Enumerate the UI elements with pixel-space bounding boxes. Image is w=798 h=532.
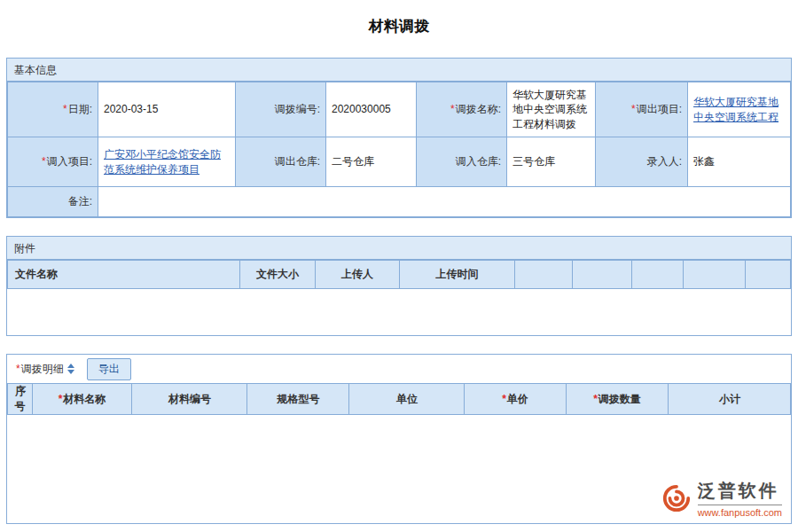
- details-header-row: 序号 *材料名称 材料编号 规格型号 单位 *单价 *调拨数量 小计: [8, 384, 791, 415]
- fanpu-logo-text: 泛普软件 www.fanpusoft.com: [698, 479, 782, 518]
- transfer-no-value: 2020030005: [326, 82, 417, 137]
- fanpu-logo-icon: [661, 483, 692, 513]
- col-unit-price: *单价: [465, 384, 567, 415]
- out-warehouse-label: 调出仓库:: [236, 137, 326, 187]
- remark-value: [98, 187, 791, 217]
- col-transfer-qty: *调拨数量: [567, 384, 669, 415]
- page-title: 材料调拨: [6, 16, 792, 36]
- in-warehouse-value: 三号仓库: [507, 137, 596, 187]
- required-mark: *: [42, 155, 46, 168]
- attachments-table: 文件名称 文件大小 上传人 上传时间: [7, 260, 791, 289]
- brand-name: 泛普软件: [698, 479, 782, 505]
- recorder-label: 录入人:: [596, 137, 688, 187]
- required-mark: *: [63, 103, 67, 115]
- col-empty-1: [515, 261, 573, 289]
- required-mark: *: [450, 103, 455, 115]
- col-empty-4: [684, 261, 746, 289]
- remark-label: 备注:: [8, 187, 98, 217]
- transfer-name-label: *调拨名称:: [417, 82, 507, 137]
- attachments-section-title: 附件: [7, 237, 791, 260]
- out-warehouse-value: 二号仓库: [326, 137, 417, 187]
- basic-info-panel: 基本信息 *日期: 2020-03-15 调拨编号: 2020030005 *调…: [6, 58, 792, 218]
- details-toolbar: * 调拨明细 导出: [7, 355, 791, 383]
- col-empty-5: [746, 261, 791, 289]
- attachments-header-row: 文件名称 文件大小 上传人 上传时间: [8, 261, 791, 289]
- date-label: *日期:: [8, 82, 98, 137]
- col-material-name: *材料名称: [33, 384, 132, 415]
- basic-info-table: *日期: 2020-03-15 调拨编号: 2020030005 *调拨名称: …: [7, 82, 791, 217]
- transfer-name-value: 华软大厦研究基地中央空调系统工程材料调拨: [507, 82, 596, 137]
- sort-icon[interactable]: [67, 364, 74, 374]
- transfer-no-label: 调拨编号:: [236, 82, 326, 137]
- col-empty-3: [632, 261, 684, 289]
- col-file-name: 文件名称: [8, 261, 240, 289]
- recorder-value: 张鑫: [688, 137, 791, 187]
- required-mark: *: [631, 103, 636, 115]
- out-project-link[interactable]: 华软大厦研究基地中央空调系统工程: [693, 96, 778, 122]
- export-button[interactable]: 导出: [87, 358, 131, 380]
- col-seq: 序号: [8, 384, 33, 415]
- details-table: 序号 *材料名称 材料编号 规格型号 单位 *单价 *调拨数量 小计: [7, 383, 791, 415]
- attachments-empty-area: [7, 289, 791, 335]
- col-upload-time: 上传时间: [400, 261, 515, 289]
- col-uploader: 上传人: [316, 261, 400, 289]
- brand-website: www.fanpusoft.com: [698, 507, 782, 518]
- details-panel: * 调拨明细 导出 序号 *材料名称 材料编号 规格型号 单位 *单价 *调拨数…: [6, 354, 792, 524]
- col-subtotal: 小计: [669, 384, 791, 415]
- basic-info-section-title: 基本信息: [7, 59, 791, 82]
- required-mark: *: [16, 363, 20, 375]
- date-value: 2020-03-15: [98, 82, 236, 137]
- col-spec-model: 规格型号: [247, 384, 349, 415]
- in-project-link[interactable]: 广安邓小平纪念馆安全防范系统维护保养项目: [104, 148, 221, 175]
- col-material-code: 材料编号: [132, 384, 247, 415]
- in-warehouse-label: 调入仓库:: [417, 137, 507, 187]
- col-unit: 单位: [349, 384, 465, 415]
- in-project-value: 广安邓小平纪念馆安全防范系统维护保养项目: [98, 137, 236, 187]
- attachments-panel: 附件 文件名称 文件大小 上传人 上传时间: [6, 236, 792, 336]
- out-project-label: *调出项目:: [596, 82, 688, 137]
- col-file-size: 文件大小: [240, 261, 316, 289]
- details-section-title: 调拨明细: [21, 362, 64, 377]
- fanpu-logo: 泛普软件 www.fanpusoft.com: [661, 479, 782, 518]
- out-project-value: 华软大厦研究基地中央空调系统工程: [688, 82, 791, 137]
- in-project-label: *调入项目:: [8, 137, 98, 187]
- col-empty-2: [573, 261, 632, 289]
- details-empty-area: 泛普软件 www.fanpusoft.com: [7, 415, 791, 523]
